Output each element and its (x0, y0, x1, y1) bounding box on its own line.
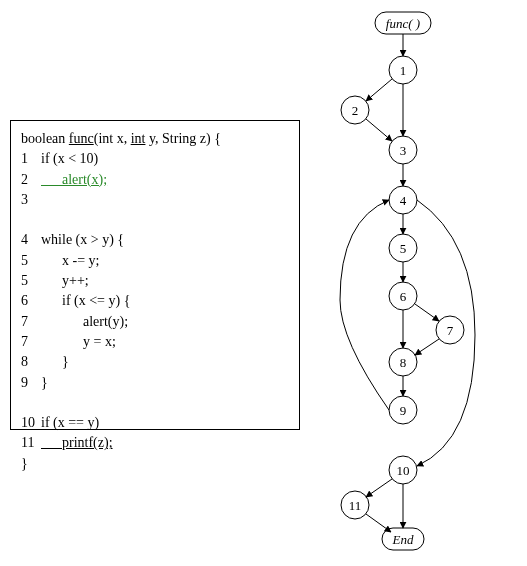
func-signature: boolean func(int x, int y, String z) { (21, 129, 289, 149)
svg-text:8: 8 (400, 355, 407, 370)
code-line: 8 } (21, 352, 289, 372)
svg-text:4: 4 (400, 193, 407, 208)
sig-int: int (131, 131, 146, 146)
code-line (21, 210, 289, 230)
svg-text:10: 10 (397, 463, 410, 478)
svg-text:7: 7 (447, 323, 454, 338)
code-line: 11 printf(z); (21, 433, 289, 453)
sig-p1: (int x, (94, 131, 131, 146)
edge-6-7 (415, 304, 439, 321)
flowchart: func( ) 1 2 3 4 5 6 7 8 9 10 11 End (300, 0, 527, 566)
edge-11-end (366, 514, 391, 532)
code-line: 2 alert(x); (21, 170, 289, 190)
code-line: 9} (21, 373, 289, 393)
svg-text:1: 1 (400, 63, 407, 78)
node-func-label: func( ) (386, 16, 420, 31)
edge-1-2 (366, 79, 392, 101)
edge-2-3 (366, 119, 392, 141)
svg-text:9: 9 (400, 403, 407, 418)
code-line: 3 (21, 190, 289, 210)
code-line: 5 x -= y; (21, 251, 289, 271)
svg-text:6: 6 (400, 289, 407, 304)
svg-text:11: 11 (349, 498, 362, 513)
code-line (21, 393, 289, 413)
sig-p2: y, String z) { (145, 131, 220, 146)
code-panel: boolean func(int x, int y, String z) { 1… (10, 120, 300, 430)
code-line: } (21, 454, 289, 474)
edge-9-4 (340, 200, 389, 410)
code-line: 7 alert(y); (21, 312, 289, 332)
svg-text:3: 3 (400, 143, 407, 158)
code-line: 10if (x == y) (21, 413, 289, 433)
code-line: 5 y++; (21, 271, 289, 291)
edge-10-11 (366, 479, 392, 497)
node-end-label: End (392, 532, 414, 547)
sig-kw: boolean (21, 131, 69, 146)
svg-text:5: 5 (400, 241, 407, 256)
code-line: 7 y = x; (21, 332, 289, 352)
edge-7-8 (415, 339, 439, 355)
svg-text:2: 2 (352, 103, 359, 118)
code-line: 4while (x > y) { (21, 230, 289, 250)
code-line: 1if (x < 10) (21, 149, 289, 169)
sig-func: func (69, 131, 94, 146)
code-line: 6 if (x <= y) { (21, 291, 289, 311)
